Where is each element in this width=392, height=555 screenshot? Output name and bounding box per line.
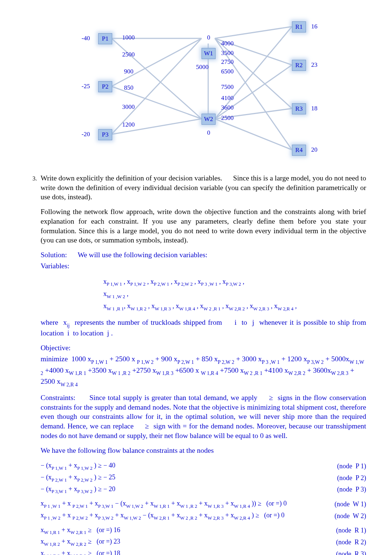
cost-wr-2: 2750 <box>221 58 234 66</box>
var-line-2: xW 1 ,W 2 , <box>103 288 366 300</box>
cost-pw-0: 1000 <box>122 34 135 41</box>
objective-label: Objective: <box>41 343 366 353</box>
variables-list: xP 1,W 1 , xP 1,W 2 , xP 2,W 1 , xP 2,W … <box>103 276 366 313</box>
constraint-row: − (xP 1,W 1 + xP 1,W 2 ) ≥ − 40(node P 1… <box>41 460 366 472</box>
cost-pw-1: 2500 <box>122 51 135 58</box>
constraints-table: − (xP 1,W 1 + xP 1,W 2 ) ≥ − 40(node P 1… <box>41 460 366 555</box>
diagram-edges <box>56 18 336 162</box>
where-text: where xij represents the number of truck… <box>41 318 366 338</box>
demand-r2: 23 <box>311 61 317 69</box>
supply-p3: -20 <box>82 131 90 138</box>
cost-pw-3: 850 <box>124 84 134 92</box>
constraint-row: xP 1 ,W 2 + x P 2,W 2 + xP 3,W 2 + xW 1,… <box>41 510 366 522</box>
node-w1: W1 <box>202 48 216 59</box>
demand-r1: 16 <box>311 23 317 30</box>
variables-label: Variables: <box>41 261 366 271</box>
network-diagram: P1 -40 P2 -25 P3 -20 W1 0 W2 0 R1 16 R2 … <box>56 18 336 162</box>
cost-wr-4: 7500 <box>221 83 234 91</box>
node-r2: R2 <box>292 60 306 71</box>
var-line-3: xW 1 ,R 1, xW 1,R 2 , xW 1,R 3 , xW 1,R … <box>103 300 366 313</box>
supply-p2: -25 <box>82 83 90 90</box>
node-w2: W2 <box>202 114 216 125</box>
node-r4: R4 <box>292 145 306 156</box>
cost-wr-0: 4000 <box>221 40 234 47</box>
var-line-1: xP 1,W 1 , xP 1,W 2 , xP 2,W 1 , xP 2,W … <box>103 276 366 288</box>
constraint-row: xW 1,R 2 + xW 2,R 2 ≥ (or =) 23(node R 2… <box>41 536 366 548</box>
cost-wr-5: 4100 <box>221 94 234 102</box>
cost-ww: 5000 <box>196 63 209 71</box>
supply-p1: -40 <box>82 35 90 42</box>
node-r1: R1 <box>292 21 306 32</box>
cost-wr-1: 3500 <box>221 49 234 57</box>
constraints-para: Constraints: Since total supply is great… <box>41 393 366 441</box>
constraint-row: − (xP 3,W 1 + xP 3,W 2 ) ≥ − 20(node P 3… <box>41 484 366 496</box>
q3-para-2: Following the network flow approach, wri… <box>41 207 366 245</box>
cost-wr-3: 6500 <box>221 68 234 75</box>
cost-wr-7: 2500 <box>221 114 234 122</box>
node-p2: P2 <box>98 81 112 92</box>
objective-expr: minimize 1000 xP 1,W 1 + 2500 x P 1,W 2 … <box>41 354 366 388</box>
q3-para-1: Write down explicitly the definition of … <box>41 173 366 202</box>
constraint-row: xP 1 ,W 1 + x P 2,W 1 + xP 3,W 1 − (xW 1… <box>41 498 366 510</box>
svg-line-14 <box>215 119 292 150</box>
cost-pw-4: 3000 <box>122 103 135 111</box>
cost-pw-2: 900 <box>124 68 134 75</box>
node-p1: P1 <box>98 33 112 44</box>
demand-r4: 20 <box>311 146 317 154</box>
cap-w1: 0 <box>207 34 210 41</box>
constraint-row: − (xP 2,W 1 + xP 2,W 2 ) ≥ − 25(node P 2… <box>41 472 366 484</box>
solution-line: Solution: We will use the following deci… <box>41 250 366 260</box>
constraint-row: xW 1,R 1 + xW 2,R 1 ≥ (or =) 16(node R 1… <box>41 525 366 537</box>
cost-wr-6: 3600 <box>221 104 234 111</box>
flow-intro: We have the following flow balance const… <box>41 446 366 455</box>
cap-w2: 0 <box>207 129 210 137</box>
node-r3: R3 <box>292 103 306 114</box>
node-p3: P3 <box>98 129 112 140</box>
question-3: Write down explicitly the definition of … <box>38 173 366 555</box>
demand-r3: 18 <box>311 105 317 112</box>
constraint-row: xW 1,R 3 + xW 2,R 3 ≥ (or =) 18(node R 3… <box>41 548 366 555</box>
svg-line-7 <box>215 27 292 38</box>
cost-pw-5: 1200 <box>122 121 135 128</box>
